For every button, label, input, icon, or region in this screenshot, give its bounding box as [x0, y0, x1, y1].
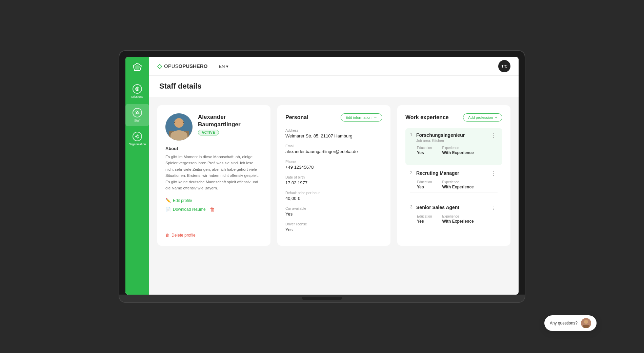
arrow-right-icon: → [374, 115, 377, 119]
profile-avatar [165, 113, 193, 141]
experience-item[interactable]: 2. Recruting Manager ⋮ Education Yes Exp… [405, 166, 502, 199]
header-left: ◇ OPUSOPUSHERO EN ▾ [157, 62, 228, 70]
edit-information-button[interactable]: Edit information → [341, 113, 382, 122]
logo: ◇ OPUSOPUSHERO [157, 62, 207, 70]
personal-field: Email alexander.baumgartlinger@edeka.de [285, 144, 382, 154]
experience-list: 1. Forschungsingenieur Job area: Kitchen… [405, 128, 502, 228]
exp-details: Education Yes Experience With Experience [417, 215, 498, 224]
exp-experience: Experience With Experience [442, 215, 474, 224]
laptop-wrapper: Missions Staff [119, 50, 525, 303]
field-value: Weimarer Str. 85, 21107 Hamburg [285, 133, 382, 138]
field-label: Date of birth [285, 175, 382, 179]
laptop-base [119, 295, 525, 303]
chat-bubble[interactable]: Any questions? [544, 315, 597, 331]
svg-point-18 [584, 320, 588, 324]
logo-diamond-icon: ◇ [157, 62, 162, 70]
field-value: 17.02.1977 [285, 180, 382, 185]
header: ◇ OPUSOPUSHERO EN ▾ T/C [149, 57, 519, 76]
user-avatar[interactable]: T/C [498, 60, 510, 72]
profile-header: Alexander Baumgartlinger ACTIVE [165, 113, 262, 141]
experience-item[interactable]: 1. Forschungsingenieur Job area: Kitchen… [405, 128, 502, 165]
logo-name: OPUSOPUSHERO [164, 63, 207, 69]
exp-title-group: Recruting Manager [416, 170, 489, 176]
work-section-title: Work experience [405, 114, 449, 120]
exp-header: 3. Senior Sales Agent ⋮ [410, 205, 498, 211]
svg-point-8 [137, 136, 138, 137]
exp-menu-icon[interactable]: ⋮ [489, 170, 498, 177]
app-container: Missions Staff [125, 57, 519, 295]
page-title: Staff details [159, 82, 202, 91]
exp-subtitle: Job area: Kitchen [416, 138, 489, 143]
missions-label: Missions [131, 95, 143, 98]
download-resume-label: Download resume [173, 207, 206, 212]
profile-actions: ✏️ Edit profile 📄 Download resume 🗑 [165, 198, 262, 212]
work-experience-card: Work experience Add profession + 1. Fors… [397, 105, 510, 246]
profile-card: Alexander Baumgartlinger ACTIVE About Es… [157, 105, 270, 246]
chat-label: Any questions? [550, 321, 578, 326]
field-label: Driver license [285, 222, 382, 226]
exp-title: Recruting Manager [416, 170, 489, 176]
field-value: Yes [285, 227, 382, 232]
svg-rect-11 [169, 131, 189, 141]
delete-profile-link[interactable]: 🗑 Delete profile [165, 226, 262, 238]
avatar-image [165, 113, 193, 141]
exp-title-group: Forschungsingenieur Job area: Kitchen [416, 132, 489, 143]
exp-menu-icon[interactable]: ⋮ [489, 132, 498, 139]
field-label: Car available [285, 206, 382, 210]
exp-details: Education Yes Experience With Experience [417, 180, 498, 189]
sidebar-item-staff[interactable]: Staff [125, 104, 149, 126]
download-section: 📄 Download resume 🗑 [165, 206, 262, 212]
about-text: Es gibt im Moment in diese Mannschaft, o… [165, 154, 262, 191]
field-value: Yes [285, 211, 382, 217]
chat-avatar [581, 318, 591, 328]
organisation-icon [133, 132, 142, 141]
exp-education: Education Yes [417, 180, 432, 189]
personal-field: Phone +49 12345678 [285, 160, 382, 170]
personal-section-title: Personal [285, 114, 308, 120]
download-resume-link[interactable]: 📄 Download resume [165, 207, 206, 212]
exp-experience: Experience With Experience [442, 146, 474, 155]
delete-resume-icon[interactable]: 🗑 [210, 206, 215, 212]
personal-card-header: Personal Edit information → [285, 113, 382, 122]
personal-field: Date of birth 17.02.1977 [285, 175, 382, 185]
staff-label: Staff [134, 119, 140, 122]
exp-experience: Experience With Experience [442, 180, 474, 189]
exp-header: 1. Forschungsingenieur Job area: Kitchen… [410, 132, 498, 143]
language-selector[interactable]: EN ▾ [219, 64, 228, 69]
edit-profile-link[interactable]: ✏️ Edit profile [165, 198, 262, 203]
field-value: alexander.baumgartlinger@edeka.de [285, 149, 382, 154]
missions-icon [133, 84, 142, 94]
exp-title-group: Senior Sales Agent [416, 205, 489, 210]
svg-point-3 [137, 88, 138, 90]
svg-rect-19 [583, 325, 589, 328]
edit-profile-label: Edit profile [173, 198, 192, 203]
page-header: Staff details [149, 76, 519, 97]
personal-fields: Address Weimarer Str. 85, 21107 Hamburg … [285, 128, 382, 232]
personal-field: Car available Yes [285, 206, 382, 217]
svg-marker-1 [135, 64, 140, 70]
svg-point-12 [175, 121, 179, 125]
exp-details: Education Yes Experience With Experience [417, 146, 498, 155]
field-label: Address [285, 128, 382, 132]
svg-point-13 [179, 121, 183, 125]
chevron-down-icon: ▾ [226, 64, 228, 69]
exp-title: Senior Sales Agent [416, 205, 489, 210]
status-badge: ACTIVE [198, 130, 219, 135]
svg-point-7 [138, 111, 139, 112]
exp-number: 2. [410, 170, 414, 175]
profile-name: Alexander Baumgartlinger [198, 113, 262, 128]
plus-icon: + [495, 115, 497, 119]
sidebar-item-organisation[interactable]: Organisation [125, 128, 149, 150]
header-divider [213, 62, 213, 70]
exp-menu-icon[interactable]: ⋮ [489, 205, 498, 211]
add-profession-button[interactable]: Add profession + [463, 113, 502, 122]
sidebar-logo [125, 57, 149, 77]
experience-item[interactable]: 3. Senior Sales Agent ⋮ Education Yes Ex… [405, 201, 502, 228]
sidebar-logo-icon [132, 62, 143, 73]
personal-field: Driver license Yes [285, 222, 382, 232]
sidebar-item-missions[interactable]: Missions [125, 80, 149, 103]
edit-information-label: Edit information [346, 115, 371, 119]
delete-profile-label: Delete profile [172, 233, 196, 238]
lang-label: EN [219, 64, 225, 69]
svg-point-10 [174, 118, 184, 128]
